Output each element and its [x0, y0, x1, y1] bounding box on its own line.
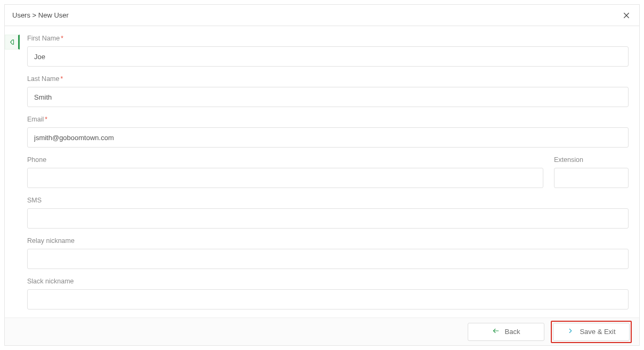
email-input[interactable] [27, 127, 629, 148]
last-name-input[interactable] [27, 87, 629, 107]
extension-input[interactable] [554, 168, 629, 188]
slack-nickname-label: Slack nickname [27, 278, 74, 285]
extension-field: Extension [554, 156, 629, 188]
first-name-label: First Name [27, 35, 60, 42]
panel-header: Users > New User [5, 5, 639, 26]
required-mark-icon: * [45, 116, 47, 123]
required-mark-icon: * [60, 75, 63, 83]
sms-field: SMS [27, 197, 629, 229]
sms-input[interactable] [27, 208, 629, 229]
slack-nickname-input[interactable] [27, 289, 629, 310]
panel-footer: Back Save & Exit [5, 318, 639, 345]
required-mark-icon: * [61, 35, 63, 42]
save-exit-button[interactable]: Save & Exit [553, 323, 630, 341]
slack-nickname-field: Slack nickname [27, 278, 629, 310]
arrow-left-icon [492, 327, 500, 336]
save-exit-button-label: Save & Exit [580, 328, 615, 336]
last-name-label: Last Name [27, 75, 59, 83]
phone-field: Phone [27, 156, 543, 188]
email-field: Email * [27, 116, 629, 148]
new-user-panel: Users > New User First Name * [4, 4, 640, 346]
panel-body: First Name * Last Name * [5, 26, 639, 318]
form-area: First Name * Last Name * [20, 26, 639, 318]
last-name-field: Last Name * [27, 75, 629, 107]
breadcrumb: Users > New User [12, 11, 69, 19]
sidebar-toggle[interactable] [5, 35, 20, 50]
sms-label: SMS [27, 197, 42, 204]
first-name-input[interactable] [27, 46, 629, 67]
back-button-label: Back [505, 328, 520, 336]
extension-label: Extension [554, 156, 583, 164]
back-button[interactable]: Back [468, 323, 544, 341]
phone-input[interactable] [27, 168, 543, 188]
first-name-field: First Name * [27, 35, 629, 67]
save-exit-highlight: Save & Exit [551, 321, 632, 343]
chevron-right-icon [567, 327, 574, 336]
phone-label: Phone [27, 156, 46, 164]
relay-nickname-input[interactable] [27, 249, 629, 269]
relay-nickname-label: Relay nickname [27, 237, 75, 245]
close-icon[interactable] [621, 10, 632, 21]
email-label: Email [27, 116, 44, 123]
relay-nickname-field: Relay nickname [27, 237, 629, 269]
